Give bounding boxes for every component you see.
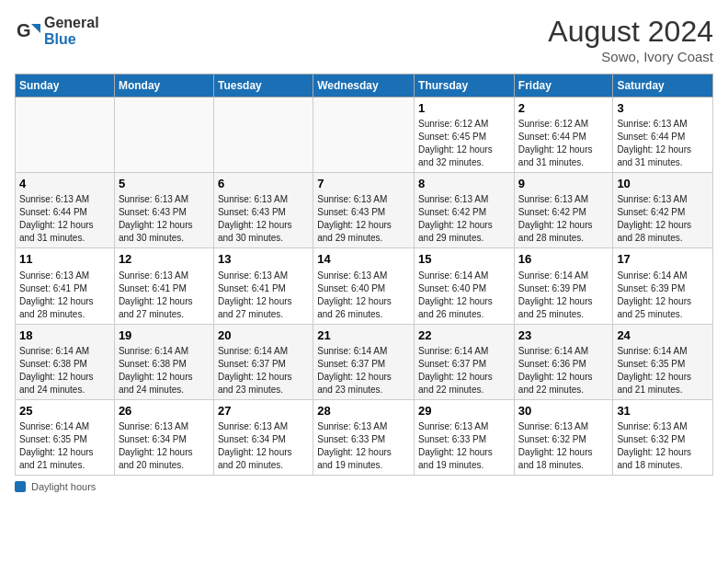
calendar-week-1: 1Sunrise: 6:12 AMSunset: 6:45 PMDaylight… bbox=[16, 98, 713, 173]
cell-date: 10 bbox=[617, 176, 709, 192]
calendar-cell: 3Sunrise: 6:13 AMSunset: 6:44 PMDaylight… bbox=[613, 98, 713, 173]
logo-text: General Blue bbox=[44, 15, 99, 48]
calendar-table: SundayMondayTuesdayWednesdayThursdayFrid… bbox=[15, 74, 713, 476]
svg-marker-1 bbox=[31, 24, 40, 33]
cell-date: 24 bbox=[617, 327, 709, 344]
calendar-cell bbox=[313, 98, 415, 173]
cell-date: 15 bbox=[418, 251, 510, 268]
column-header-friday: Friday bbox=[514, 75, 613, 98]
calendar-cell: 20Sunrise: 6:14 AMSunset: 6:37 PMDayligh… bbox=[213, 324, 313, 399]
calendar-header-row: SundayMondayTuesdayWednesdayThursdayFrid… bbox=[16, 75, 713, 98]
cell-date: 8 bbox=[418, 176, 510, 192]
calendar-cell: 18Sunrise: 6:14 AMSunset: 6:38 PMDayligh… bbox=[16, 324, 115, 399]
cell-date: 3 bbox=[617, 100, 709, 117]
column-header-monday: Monday bbox=[114, 75, 213, 98]
cell-date: 29 bbox=[418, 403, 510, 419]
cell-info: Sunrise: 6:14 AMSunset: 6:37 PMDaylight:… bbox=[418, 345, 510, 396]
cell-info: Sunrise: 6:13 AMSunset: 6:42 PMDaylight:… bbox=[518, 193, 609, 245]
calendar-cell: 19Sunrise: 6:14 AMSunset: 6:38 PMDayligh… bbox=[114, 324, 213, 399]
calendar-cell: 15Sunrise: 6:14 AMSunset: 6:40 PMDayligh… bbox=[415, 248, 515, 324]
cell-info: Sunrise: 6:12 AMSunset: 6:44 PMDaylight:… bbox=[518, 118, 609, 169]
calendar-cell: 5Sunrise: 6:13 AMSunset: 6:43 PMDaylight… bbox=[114, 173, 213, 248]
cell-info: Sunrise: 6:13 AMSunset: 6:43 PMDaylight:… bbox=[119, 193, 210, 245]
cell-info: Sunrise: 6:13 AMSunset: 6:43 PMDaylight:… bbox=[218, 193, 309, 245]
calendar-cell: 29Sunrise: 6:13 AMSunset: 6:33 PMDayligh… bbox=[415, 399, 515, 475]
cell-info: Sunrise: 6:13 AMSunset: 6:41 PMDaylight:… bbox=[218, 270, 309, 321]
calendar-cell: 10Sunrise: 6:13 AMSunset: 6:42 PMDayligh… bbox=[613, 173, 713, 248]
cell-date: 19 bbox=[119, 327, 210, 344]
daylight-icon bbox=[15, 481, 26, 492]
calendar-cell: 17Sunrise: 6:14 AMSunset: 6:39 PMDayligh… bbox=[613, 248, 713, 324]
cell-date: 5 bbox=[119, 176, 210, 192]
footer-label: Daylight hours bbox=[31, 481, 96, 492]
cell-date: 4 bbox=[19, 176, 110, 192]
cell-info: Sunrise: 6:13 AMSunset: 6:34 PMDaylight:… bbox=[119, 420, 210, 472]
calendar-cell: 6Sunrise: 6:13 AMSunset: 6:43 PMDaylight… bbox=[213, 173, 313, 248]
calendar-cell: 23Sunrise: 6:14 AMSunset: 6:36 PMDayligh… bbox=[514, 324, 613, 399]
calendar-cell: 31Sunrise: 6:13 AMSunset: 6:32 PMDayligh… bbox=[613, 399, 713, 475]
month-year: August 2024 bbox=[548, 15, 713, 49]
cell-date: 6 bbox=[218, 176, 309, 192]
cell-date: 12 bbox=[119, 251, 210, 268]
cell-date: 18 bbox=[19, 327, 110, 344]
cell-info: Sunrise: 6:14 AMSunset: 6:40 PMDaylight:… bbox=[418, 270, 510, 321]
cell-date: 22 bbox=[418, 327, 510, 344]
calendar-cell: 11Sunrise: 6:13 AMSunset: 6:41 PMDayligh… bbox=[16, 248, 115, 324]
cell-info: Sunrise: 6:14 AMSunset: 6:38 PMDaylight:… bbox=[119, 345, 210, 396]
calendar-cell: 1Sunrise: 6:12 AMSunset: 6:45 PMDaylight… bbox=[415, 98, 515, 173]
cell-info: Sunrise: 6:13 AMSunset: 6:34 PMDaylight:… bbox=[218, 420, 309, 472]
column-header-tuesday: Tuesday bbox=[213, 75, 313, 98]
cell-date: 23 bbox=[518, 327, 609, 344]
calendar-cell: 25Sunrise: 6:14 AMSunset: 6:35 PMDayligh… bbox=[16, 399, 115, 475]
cell-date: 25 bbox=[19, 403, 110, 419]
cell-info: Sunrise: 6:14 AMSunset: 6:36 PMDaylight:… bbox=[518, 345, 609, 396]
page: G General Blue August 2024 Sowo, Ivory C… bbox=[0, 0, 728, 501]
calendar-cell: 12Sunrise: 6:13 AMSunset: 6:41 PMDayligh… bbox=[114, 248, 213, 324]
calendar-week-4: 18Sunrise: 6:14 AMSunset: 6:38 PMDayligh… bbox=[16, 324, 713, 399]
cell-date: 9 bbox=[518, 176, 609, 192]
calendar-cell: 14Sunrise: 6:13 AMSunset: 6:40 PMDayligh… bbox=[313, 248, 415, 324]
cell-info: Sunrise: 6:14 AMSunset: 6:35 PMDaylight:… bbox=[617, 345, 709, 396]
calendar-cell: 7Sunrise: 6:13 AMSunset: 6:43 PMDaylight… bbox=[313, 173, 415, 248]
svg-text:G: G bbox=[17, 20, 31, 40]
footer: Daylight hours bbox=[15, 481, 713, 492]
cell-info: Sunrise: 6:14 AMSunset: 6:35 PMDaylight:… bbox=[19, 420, 110, 472]
cell-info: Sunrise: 6:13 AMSunset: 6:41 PMDaylight:… bbox=[19, 270, 110, 321]
cell-date: 30 bbox=[518, 403, 609, 419]
column-header-sunday: Sunday bbox=[16, 75, 115, 98]
header: G General Blue August 2024 Sowo, Ivory C… bbox=[15, 15, 713, 64]
column-header-thursday: Thursday bbox=[415, 75, 515, 98]
cell-date: 2 bbox=[518, 100, 609, 117]
cell-date: 17 bbox=[617, 251, 709, 268]
cell-date: 13 bbox=[218, 251, 309, 268]
cell-info: Sunrise: 6:13 AMSunset: 6:42 PMDaylight:… bbox=[617, 193, 709, 245]
cell-date: 28 bbox=[317, 403, 410, 419]
calendar-cell: 13Sunrise: 6:13 AMSunset: 6:41 PMDayligh… bbox=[213, 248, 313, 324]
calendar-week-3: 11Sunrise: 6:13 AMSunset: 6:41 PMDayligh… bbox=[16, 248, 713, 324]
cell-date: 31 bbox=[617, 403, 709, 419]
calendar-cell: 16Sunrise: 6:14 AMSunset: 6:39 PMDayligh… bbox=[514, 248, 613, 324]
location: Sowo, Ivory Coast bbox=[548, 49, 713, 64]
calendar-cell: 8Sunrise: 6:13 AMSunset: 6:42 PMDaylight… bbox=[415, 173, 515, 248]
cell-info: Sunrise: 6:13 AMSunset: 6:33 PMDaylight:… bbox=[317, 420, 410, 472]
calendar-week-2: 4Sunrise: 6:13 AMSunset: 6:44 PMDaylight… bbox=[16, 173, 713, 248]
cell-info: Sunrise: 6:13 AMSunset: 6:33 PMDaylight:… bbox=[418, 420, 510, 472]
cell-info: Sunrise: 6:13 AMSunset: 6:41 PMDaylight:… bbox=[119, 270, 210, 321]
title-block: August 2024 Sowo, Ivory Coast bbox=[548, 15, 713, 64]
cell-date: 11 bbox=[19, 251, 110, 268]
logo: G General Blue bbox=[15, 15, 99, 48]
calendar-cell: 26Sunrise: 6:13 AMSunset: 6:34 PMDayligh… bbox=[114, 399, 213, 475]
cell-info: Sunrise: 6:14 AMSunset: 6:38 PMDaylight:… bbox=[19, 345, 110, 396]
calendar-week-5: 25Sunrise: 6:14 AMSunset: 6:35 PMDayligh… bbox=[16, 399, 713, 475]
calendar-cell: 9Sunrise: 6:13 AMSunset: 6:42 PMDaylight… bbox=[514, 173, 613, 248]
cell-info: Sunrise: 6:13 AMSunset: 6:32 PMDaylight:… bbox=[518, 420, 609, 472]
calendar-cell bbox=[213, 98, 313, 173]
cell-date: 16 bbox=[518, 251, 609, 268]
column-header-saturday: Saturday bbox=[613, 75, 713, 98]
cell-info: Sunrise: 6:14 AMSunset: 6:39 PMDaylight:… bbox=[617, 270, 709, 321]
cell-info: Sunrise: 6:14 AMSunset: 6:37 PMDaylight:… bbox=[218, 345, 309, 396]
calendar-cell: 21Sunrise: 6:14 AMSunset: 6:37 PMDayligh… bbox=[313, 324, 415, 399]
calendar-cell: 22Sunrise: 6:14 AMSunset: 6:37 PMDayligh… bbox=[415, 324, 515, 399]
calendar-cell: 30Sunrise: 6:13 AMSunset: 6:32 PMDayligh… bbox=[514, 399, 613, 475]
calendar-cell: 4Sunrise: 6:13 AMSunset: 6:44 PMDaylight… bbox=[16, 173, 115, 248]
